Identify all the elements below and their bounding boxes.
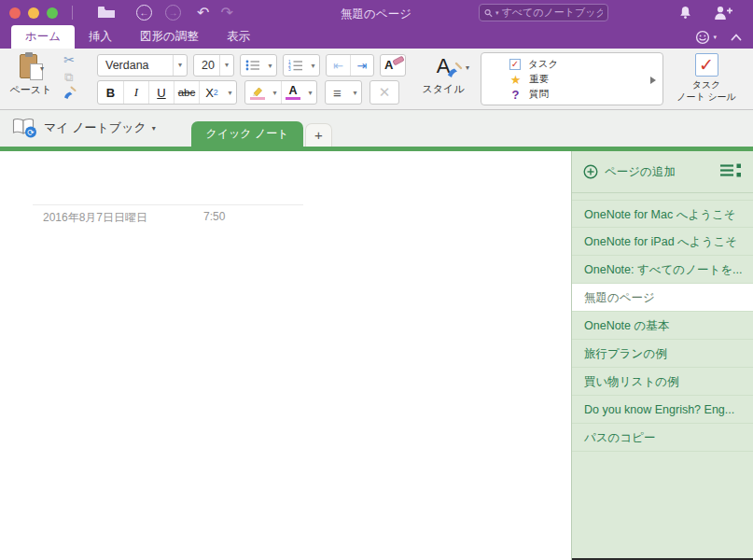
page-list-item[interactable]: OneNote for iPad へようこそ <box>572 228 753 256</box>
tab-shape-adjust[interactable]: 図形の調整 <box>126 25 213 49</box>
page-list-item[interactable]: 旅行プランの例 <box>572 340 753 368</box>
minimize-window-button[interactable] <box>28 7 39 19</box>
font-size-caret-icon: ▾ <box>219 55 233 76</box>
tag-gallery: ✓ タスク ★ 重要 ? 質問 <box>481 52 663 105</box>
add-section-tab[interactable]: + <box>305 123 332 147</box>
page-list-item[interactable]: OneNote for Mac へようこそ <box>572 200 753 228</box>
tabbar-right-controls: ▾ <box>695 25 742 49</box>
forward-button[interactable]: → <box>165 5 181 21</box>
undo-icon[interactable]: ↶ <box>197 4 209 21</box>
highlight-color-button[interactable] <box>245 81 269 104</box>
search-placeholder: すべてのノートブックを検索 <box>501 6 603 20</box>
font-family-select[interactable]: Verdana ▾ <box>97 54 188 77</box>
paste-clipboard-icon: ▾ <box>19 52 43 80</box>
page-list-sidebar: ページの追加 OneNote for Mac へようこそ OneNote for… <box>571 151 753 560</box>
page-title-rule <box>33 204 303 205</box>
tag-question-item[interactable]: ? 質問 <box>509 87 662 102</box>
font-row-2: B I U abc X2 ▾ ▾ A <box>97 80 399 105</box>
indent-icon[interactable]: ⇥ <box>350 55 373 76</box>
font-color-button[interactable]: A <box>281 81 304 104</box>
search-scope-caret-icon[interactable]: ▾ <box>495 9 499 17</box>
align-group: ≡ ▾ <box>325 80 362 105</box>
indent-group: ⇤ ⇥ <box>326 54 374 77</box>
bold-button[interactable]: B <box>98 81 123 104</box>
format-painter-brush-icon[interactable] <box>63 86 77 103</box>
cut-scissors-icon[interactable]: ✂ <box>63 51 75 68</box>
page-list-item[interactable]: 買い物リストの例 <box>572 368 753 396</box>
tab-insert[interactable]: 挿入 <box>75 25 126 49</box>
underline-button[interactable]: U <box>148 81 174 104</box>
tag-important-item[interactable]: ★ 重要 <box>509 72 662 87</box>
tag-task-item[interactable]: ✓ タスク <box>509 57 662 72</box>
font-color-caret-icon[interactable]: ▾ <box>304 89 316 97</box>
add-page-button[interactable]: ページの追加 <box>583 164 676 180</box>
bullet-list-icon <box>245 60 260 71</box>
search-input[interactable]: ▾ すべてのノートブックを検索 <box>479 4 608 21</box>
numbered-list-group: 123 ▾ <box>283 54 320 77</box>
tab-view[interactable]: 表示 <box>213 25 264 49</box>
notebook-bar: ⟳ マイ ノートブック ▾ クイック ノート + <box>0 110 753 147</box>
page-canvas[interactable]: 2016年8月7日日曜日 7:50 <box>0 151 571 560</box>
subscript-button[interactable]: X2 <box>199 81 224 104</box>
sidebar-header: ページの追加 <box>572 151 753 193</box>
page-list-item-selected[interactable]: 無題のページ <box>572 284 753 312</box>
subscript-x: X <box>205 86 214 100</box>
font-family-value: Verdana <box>98 59 173 72</box>
page-list-item[interactable]: OneNote の基本 <box>572 312 753 340</box>
collapse-ribbon-chevron-icon[interactable] <box>731 34 742 41</box>
important-star-icon: ★ <box>509 73 522 87</box>
font-size-select[interactable]: 20 ▾ <box>193 54 234 77</box>
question-mark-icon: ? <box>509 88 522 102</box>
align-caret-icon[interactable]: ▾ <box>349 89 361 97</box>
styles-button[interactable]: A ▾ スタイル <box>418 52 468 96</box>
subscript-caret-icon[interactable]: ▾ <box>224 89 236 97</box>
tab-home[interactable]: ホーム <box>11 25 75 49</box>
titlebar-divider <box>72 6 73 20</box>
svg-text:⟳: ⟳ <box>27 128 35 137</box>
paste-caret-icon[interactable]: ▾ <box>40 64 44 73</box>
strikethrough-button[interactable]: abc <box>174 81 199 104</box>
back-button[interactable]: ← <box>136 5 152 21</box>
page-date-line: 2016年8月7日日曜日 7:50 <box>43 210 286 226</box>
tag-important-label: 重要 <box>529 73 549 86</box>
sort-pages-icon[interactable] <box>720 163 742 181</box>
clear-formatting-button[interactable]: A <box>380 54 406 77</box>
task-checkbox-icon: ✓ <box>509 59 521 70</box>
italic-button[interactable]: I <box>123 81 148 104</box>
page-list-item[interactable]: OneNote: すべてのノートを... <box>572 256 753 284</box>
notebook-sync-icon: ⟳ <box>11 118 37 138</box>
highlight-caret-icon[interactable]: ▾ <box>269 89 281 97</box>
notebook-selector[interactable]: ⟳ マイ ノートブック ▾ <box>11 118 156 138</box>
window-title: 無題のページ <box>283 7 469 22</box>
task-note-seal-button[interactable]: ✓ タスク ノート シール <box>666 53 746 103</box>
redo-icon[interactable]: ↷ <box>220 4 232 21</box>
copy-icon[interactable]: ⧉ <box>64 69 73 85</box>
open-notebook-icon[interactable] <box>97 6 116 20</box>
paste-button[interactable]: ▾ ペースト <box>7 52 54 97</box>
page-list-item[interactable]: パスのコピー <box>572 424 753 452</box>
zoom-window-button[interactable] <box>47 7 58 19</box>
onenote-window: ← → ↶ ↷ 無題のページ ▾ すべてのノートブックを検索 ホーム 挿入 図形… <box>0 0 753 560</box>
notifications-bell-icon[interactable] <box>678 6 692 21</box>
delete-button[interactable]: ✕ <box>370 80 399 105</box>
share-add-person-icon[interactable] <box>714 6 733 21</box>
window-controls <box>9 7 58 19</box>
add-page-plus-icon <box>583 164 598 179</box>
font-row-1: Verdana ▾ 20 ▾ ▾ 123 ▾ ⇤ ⇥ <box>97 54 406 77</box>
task-seal-label-line2: ノート シール <box>666 91 746 104</box>
feedback-smiley-icon[interactable]: ▾ <box>695 30 717 45</box>
bullet-list-button[interactable] <box>241 55 264 76</box>
ribbon-tabbar: ホーム 挿入 図形の調整 表示 ▾ <box>0 25 753 49</box>
outdent-icon[interactable]: ⇤ <box>327 55 350 76</box>
bullet-list-caret-icon[interactable]: ▾ <box>264 62 276 70</box>
close-window-button[interactable] <box>9 7 21 19</box>
numbered-list-button[interactable]: 123 <box>284 55 307 76</box>
page-list-item[interactable]: Do you know Engrish? Eng... <box>572 396 753 424</box>
search-icon <box>484 7 493 19</box>
font-family-caret-icon: ▾ <box>173 55 187 76</box>
section-tab-quick-notes[interactable]: クイック ノート <box>191 121 303 147</box>
align-icon[interactable]: ≡ <box>326 81 349 104</box>
numbered-list-caret-icon[interactable]: ▾ <box>307 62 319 70</box>
tag-gallery-expand-arrow-icon[interactable] <box>650 77 656 84</box>
color-group: ▾ A ▾ <box>244 80 317 105</box>
